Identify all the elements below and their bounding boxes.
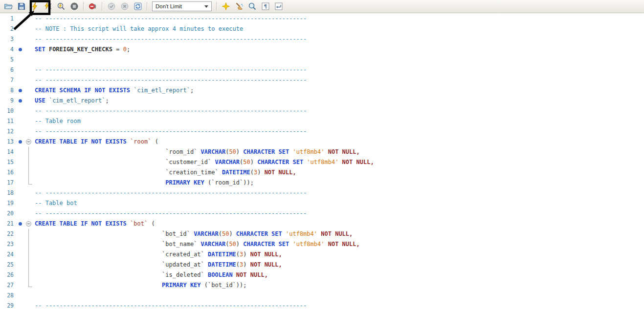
toggle-stop-on-error-button[interactable]: [89, 1, 97, 11]
line-number: 10: [0, 106, 17, 116]
statement-marker-dot: [19, 89, 22, 92]
code-line[interactable]: -- -------------------------------------…: [33, 65, 644, 75]
code-line-row: 29-- -----------------------------------…: [0, 301, 644, 311]
find-button[interactable]: [248, 1, 257, 11]
code-line[interactable]: -- -------------------------------------…: [33, 301, 644, 311]
code-line[interactable]: [33, 290, 644, 301]
find-icon: [248, 2, 257, 11]
code-line[interactable]: `creation_time` DATETIME(3) NOT NULL,: [33, 167, 644, 178]
code-line[interactable]: `bot_id` VARCHAR(50) CHARACTER SET 'utf8…: [33, 229, 644, 239]
execute-script-button[interactable]: [30, 1, 39, 11]
save-script-button[interactable]: [17, 1, 26, 11]
sql-editor[interactable]: 1-- ------------------------------------…: [0, 13, 644, 311]
fold-toggle-icon[interactable]: [26, 221, 31, 227]
fold-column: [24, 167, 33, 178]
code-line[interactable]: -- -------------------------------------…: [33, 106, 644, 116]
commit-button[interactable]: [107, 1, 116, 11]
fold-guide-line: [28, 249, 29, 260]
fold-toggle-icon[interactable]: [26, 139, 31, 145]
code-line-row: 6-- ------------------------------------…: [0, 65, 644, 75]
code-line[interactable]: `bot_name` VARCHAR(50) CHARACTER SET 'ut…: [33, 239, 644, 249]
code-line[interactable]: -- -------------------------------------…: [33, 126, 644, 137]
code-line-row: 3-- ------------------------------------…: [0, 34, 644, 44]
toolbar-separator: [147, 2, 148, 11]
code-line[interactable]: -- Table room: [33, 116, 644, 126]
line-number: 26: [0, 270, 17, 280]
open-script-button[interactable]: [4, 1, 13, 11]
fold-guide-line: [28, 239, 29, 249]
code-line[interactable]: `is_deleted` BOOLEAN NOT NULL,: [33, 270, 644, 280]
fold-column: [24, 157, 33, 167]
code-line-row: 4SET FOREIGN_KEY_CHECKS = 0;: [0, 44, 644, 55]
execute-current-statement-button[interactable]: [44, 1, 52, 11]
code-line-row: 2-- NOTE : This script will take approx …: [0, 24, 644, 34]
statement-marker-cell: [17, 24, 24, 34]
statement-marker-cell: [17, 270, 24, 280]
code-line-row: 14 `room_id` VARCHAR(50) CHARACTER SET '…: [0, 147, 644, 157]
fold-guide-line: [28, 157, 29, 167]
code-line[interactable]: `customer_id` VARCHAR(50) CHARACTER SET …: [33, 157, 644, 167]
line-number: 6: [0, 65, 17, 75]
fold-column: [24, 290, 33, 301]
code-line[interactable]: [33, 55, 644, 65]
statement-marker-dot: [19, 99, 22, 103]
open-script-icon: [4, 2, 13, 11]
code-line-row: 13CREATE TABLE IF NOT EXISTS `room` (: [0, 137, 644, 147]
code-line[interactable]: -- -------------------------------------…: [33, 188, 644, 198]
fold-guide-end: [28, 178, 32, 185]
statement-marker-cell: [17, 249, 24, 260]
code-line[interactable]: -- -------------------------------------…: [33, 75, 644, 85]
statement-marker-cell: [17, 65, 24, 75]
fold-column: [24, 280, 33, 290]
toggle-autocommit-button[interactable]: [133, 1, 142, 11]
code-line[interactable]: CREATE TABLE IF NOT EXISTS `room` (: [33, 137, 644, 147]
clean-editor-button[interactable]: [235, 1, 244, 11]
explain-statement-button[interactable]: [57, 1, 66, 11]
toggle-word-wrap-button[interactable]: [274, 1, 283, 11]
fold-column: [24, 198, 33, 208]
code-line[interactable]: PRIMARY KEY (`bot_id`));: [33, 280, 644, 290]
code-line[interactable]: CREATE SCHEMA IF NOT EXISTS `cim_etl_rep…: [33, 85, 644, 96]
fold-column: [24, 75, 33, 85]
execute-current-statement-icon: [44, 2, 52, 11]
line-number: 4: [0, 44, 17, 55]
statement-marker-cell: [17, 14, 24, 24]
code-line[interactable]: `room_id` VARCHAR(50) CHARACTER SET 'utf…: [33, 147, 644, 157]
code-line[interactable]: SET FOREIGN_KEY_CHECKS = 0;: [33, 44, 644, 55]
statement-marker-cell: [17, 167, 24, 178]
toggle-stop-on-error-icon: [89, 2, 97, 11]
fold-column: [24, 178, 33, 188]
fold-column: [24, 106, 33, 116]
code-line[interactable]: -- -------------------------------------…: [33, 208, 644, 219]
code-line[interactable]: -- NOTE : This script will take approx 4…: [33, 24, 644, 34]
toggle-invisible-characters-button[interactable]: ¶: [261, 1, 270, 11]
code-line[interactable]: `created_at` DATETIME(3) NOT NULL,: [33, 249, 644, 260]
code-line[interactable]: -- -------------------------------------…: [33, 14, 644, 24]
stop-query-button[interactable]: [70, 1, 79, 11]
toolbar-separator: [102, 2, 103, 11]
code-line[interactable]: PRIMARY KEY (`room_id`));: [33, 178, 644, 188]
statement-marker-cell: [17, 96, 24, 106]
limit-rows-dropdown[interactable]: Don't Limit: [152, 1, 212, 11]
line-number: 23: [0, 239, 17, 249]
code-line[interactable]: `updated_at` DATETIME(3) NOT NULL,: [33, 260, 644, 270]
code-line-row: 19-- Table bot: [0, 198, 644, 208]
code-line[interactable]: CREATE TABLE IF NOT EXISTS `bot` (: [33, 219, 644, 229]
code-line[interactable]: -- Table bot: [33, 198, 644, 208]
line-number: 21: [0, 219, 17, 229]
beautify-script-icon: [222, 2, 230, 11]
line-number: 16: [0, 167, 17, 178]
code-line-row: 18-- -----------------------------------…: [0, 188, 644, 198]
code-line[interactable]: -- -------------------------------------…: [33, 34, 644, 44]
line-number: 3: [0, 34, 17, 44]
code-line[interactable]: USE `cim_etl_report`;: [33, 96, 644, 106]
beautify-script-button[interactable]: [222, 1, 230, 11]
fold-column: [24, 188, 33, 198]
code-line-row: 26 `is_deleted` BOOLEAN NOT NULL,: [0, 270, 644, 280]
line-number: 28: [0, 290, 17, 301]
statement-marker-cell: [17, 34, 24, 44]
code-line-row: 8CREATE SCHEMA IF NOT EXISTS `cim_etl_re…: [0, 85, 644, 96]
rollback-button[interactable]: [120, 1, 129, 11]
line-number: 5: [0, 55, 17, 65]
code-line-row: 10-- -----------------------------------…: [0, 106, 644, 116]
